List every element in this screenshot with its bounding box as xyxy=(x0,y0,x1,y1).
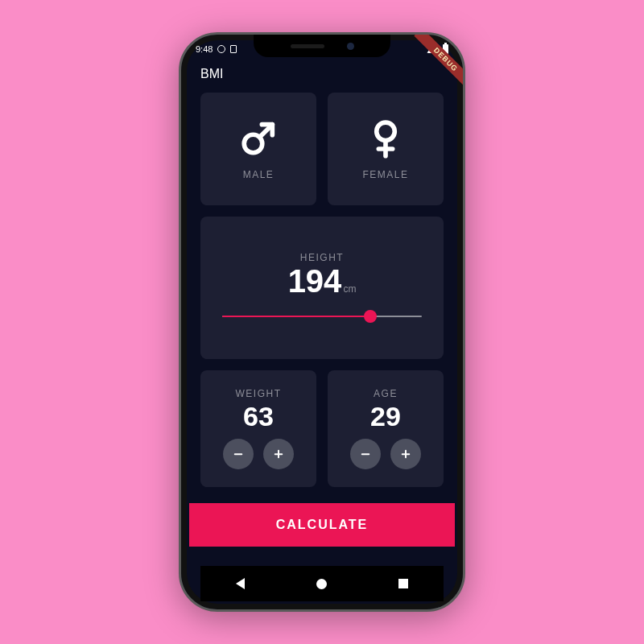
side-button xyxy=(464,180,465,242)
content-area: MALE FEMALE HEIGHT 194 cm xyxy=(189,86,455,601)
side-button xyxy=(179,171,180,213)
weight-increment-button[interactable] xyxy=(263,439,294,469)
age-value: 29 xyxy=(370,401,401,432)
gender-female-card[interactable]: FEMALE xyxy=(328,93,444,205)
svg-rect-5 xyxy=(234,453,243,455)
height-unit: cm xyxy=(343,283,356,295)
side-button xyxy=(179,131,180,155)
male-icon xyxy=(237,118,279,159)
gear-icon xyxy=(217,45,225,53)
weight-decrement-button[interactable] xyxy=(223,439,254,469)
calculate-button[interactable]: CALCULATE xyxy=(189,503,455,547)
slider-thumb[interactable] xyxy=(364,310,377,323)
nav-recent-icon[interactable] xyxy=(398,579,408,588)
svg-point-2 xyxy=(377,122,395,141)
weight-label: WEIGHT xyxy=(236,388,282,399)
gender-male-card[interactable]: MALE xyxy=(200,93,316,205)
calculate-label: CALCULATE xyxy=(276,518,369,532)
svg-rect-7 xyxy=(278,450,279,459)
nav-back-icon[interactable] xyxy=(236,578,245,589)
minus-icon xyxy=(231,447,246,461)
gender-female-label: FEMALE xyxy=(362,169,408,180)
app-bar: BMI xyxy=(189,59,455,86)
svg-rect-10 xyxy=(405,450,407,459)
book-icon xyxy=(230,45,237,53)
android-nav-bar xyxy=(200,566,444,601)
height-slider[interactable] xyxy=(222,309,422,324)
weight-value: 63 xyxy=(243,401,274,432)
svg-rect-8 xyxy=(361,453,370,455)
age-decrement-button[interactable] xyxy=(350,439,381,469)
height-value: 194 xyxy=(288,263,342,299)
app-title: BMI xyxy=(200,67,223,80)
age-increment-button[interactable] xyxy=(390,439,421,469)
weight-card: WEIGHT 63 xyxy=(200,370,316,487)
height-label: HEIGHT xyxy=(300,252,344,263)
status-time: 9:48 xyxy=(196,44,213,54)
phone-frame: DEBUG 9:48 BMI MAL xyxy=(179,32,465,612)
slider-fill xyxy=(222,316,370,317)
side-button xyxy=(179,221,180,263)
nav-home-icon[interactable] xyxy=(316,579,327,589)
female-icon xyxy=(365,118,407,159)
plus-icon xyxy=(398,447,413,461)
height-card: HEIGHT 194 cm xyxy=(200,217,444,359)
notch xyxy=(254,35,390,57)
gender-male-label: MALE xyxy=(243,169,275,180)
plus-icon xyxy=(271,447,286,461)
minus-icon xyxy=(358,447,373,461)
age-card: AGE 29 xyxy=(328,370,444,487)
age-label: AGE xyxy=(374,388,398,399)
